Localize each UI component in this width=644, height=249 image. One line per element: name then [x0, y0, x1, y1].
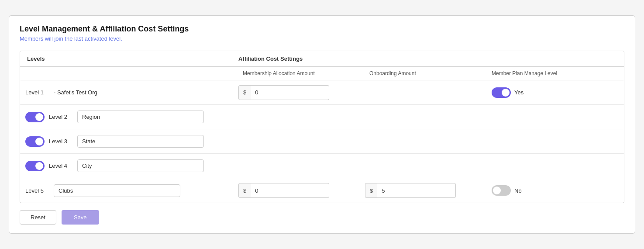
level2-toggle[interactable]: [25, 112, 45, 122]
sub-col-membership: Membership Allocation Amount: [238, 70, 365, 76]
level3-toggle[interactable]: [25, 136, 45, 147]
sub-col-manage: Member Plan Manage Level: [465, 70, 624, 76]
save-button[interactable]: Save: [62, 210, 99, 225]
table-row: Level 3: [20, 129, 624, 154]
level5-manage-label: No: [514, 187, 522, 194]
level1-dollar-sign: $: [238, 85, 251, 100]
level1-membership-input[interactable]: [251, 85, 329, 100]
level2-label: Level 2: [49, 114, 73, 120]
level1-label: Level 1: [25, 89, 49, 96]
main-container: Level Management & Affiliation Cost Sett…: [9, 15, 635, 234]
level3-cell: Level 3: [20, 135, 238, 148]
level3-name-input[interactable]: [77, 135, 204, 148]
level4-label: Level 4: [49, 163, 73, 169]
level3-toggle-slider: [25, 136, 45, 147]
level5-cell: Level 5: [20, 184, 238, 197]
level5-manage-toggle[interactable]: [492, 185, 511, 196]
level4-toggle-slider: [25, 161, 45, 171]
level1-toggle-slider: [492, 87, 511, 98]
level1-membership-cell: $: [238, 85, 365, 100]
level2-toggle-slider: [25, 112, 45, 122]
sub-col-onboarding: Onboarding Amount: [365, 70, 465, 76]
level5-toggle-slider: [492, 185, 511, 196]
level2-cell: Level 2: [20, 111, 238, 123]
table-row: Level 4: [20, 154, 624, 178]
level5-label: Level 5: [25, 187, 49, 194]
table-row: Level 5 $ $ No: [20, 178, 624, 203]
level5-onboarding-dollar: $: [365, 183, 377, 198]
level1-cell: Level 1 - Safet's Test Org: [20, 89, 238, 96]
level5-membership-input[interactable]: [251, 183, 329, 198]
level4-cell: Level 4: [20, 159, 238, 172]
table-sub-header: Membership Allocation Amount Onboarding …: [20, 67, 624, 80]
level5-manage-cell: No: [465, 185, 624, 196]
level5-dollar-sign: $: [238, 183, 251, 198]
level5-membership-cell: $: [238, 183, 365, 198]
table-row: Level 1 - Safet's Test Org $ Yes: [20, 80, 624, 105]
level1-manage-label: Yes: [514, 89, 523, 96]
table-row: Level 2: [20, 105, 624, 129]
level4-name-input[interactable]: [77, 159, 204, 172]
reset-button[interactable]: Reset: [20, 210, 56, 225]
page-title: Level Management & Affiliation Cost Sett…: [20, 24, 624, 34]
sub-col-levels: [20, 70, 238, 76]
level3-label: Level 3: [49, 138, 73, 145]
page-subtitle: Members will join the last activated lev…: [20, 35, 624, 42]
footer-actions: Reset Save: [20, 210, 624, 225]
col-affiliation-header: Affiliation Cost Settings: [238, 55, 624, 62]
level1-static-name: - Safet's Test Org: [54, 89, 97, 96]
level5-onboarding-input[interactable]: [377, 183, 456, 198]
level2-name-input[interactable]: [77, 111, 204, 123]
level5-onboarding-cell: $: [365, 183, 465, 198]
col-levels-header: Levels: [20, 55, 238, 62]
level1-manage-cell: Yes: [465, 87, 624, 98]
level5-name-input[interactable]: [54, 184, 180, 197]
table-main-header: Levels Affiliation Cost Settings: [20, 51, 624, 67]
settings-table: Levels Affiliation Cost Settings Members…: [20, 51, 624, 203]
level4-toggle[interactable]: [25, 161, 45, 171]
level1-manage-toggle[interactable]: [492, 87, 511, 98]
